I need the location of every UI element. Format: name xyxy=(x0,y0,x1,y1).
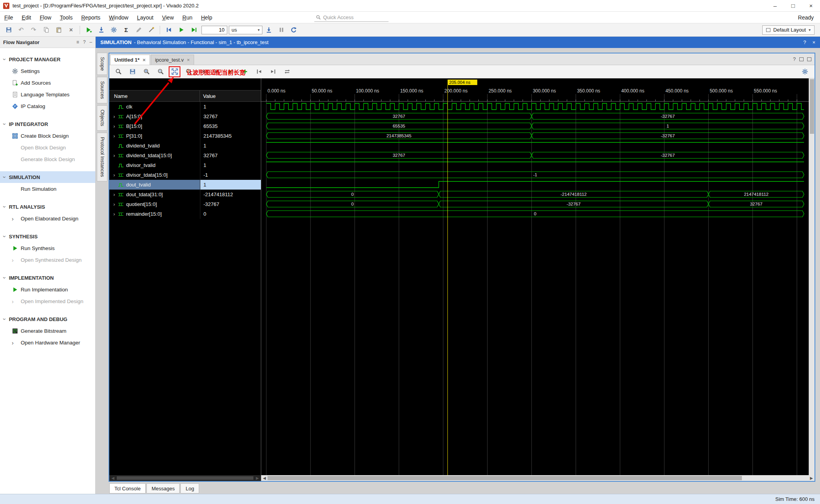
float-panel-icon[interactable] xyxy=(799,57,804,61)
swap-cursor-button[interactable] xyxy=(281,66,293,77)
zoom-fit-button[interactable] xyxy=(169,66,180,77)
nav-item-open-elaborated-design[interactable]: › Open Elaborated Design xyxy=(0,213,95,224)
scroll-left-icon[interactable]: ◀ xyxy=(262,476,267,480)
signal-row-quotient-15-0-[interactable]: › quotient[15:0] -32767 xyxy=(109,199,261,209)
signal-value-cell[interactable]: -1 xyxy=(200,170,261,180)
menu-flow[interactable]: Flow xyxy=(36,12,56,23)
signal-name-cell[interactable]: › P[31:0] xyxy=(109,131,200,141)
step-run-button[interactable] xyxy=(262,25,275,35)
signal-row-a-15-0-[interactable]: › A[15:0] 32767 xyxy=(109,112,261,121)
value-column-header[interactable]: Value xyxy=(200,93,261,99)
zoom-out-button[interactable] xyxy=(155,66,166,77)
signal-name-cell[interactable]: divisor_tvalid xyxy=(109,160,200,170)
signal-table-hscrollbar[interactable]: ◀ ▶ xyxy=(109,475,261,481)
signal-row-divisor-tvalid[interactable]: divisor_tvalid 1 xyxy=(109,160,261,170)
nav-item-language-templates[interactable]: Language Templates xyxy=(0,89,95,100)
menu-run[interactable]: Run xyxy=(178,12,197,23)
close-icon[interactable]: × xyxy=(187,57,190,63)
nav-item-open-implemented-design[interactable]: › Open Implemented Design xyxy=(0,295,95,307)
signal-value-cell[interactable]: 32767 xyxy=(200,112,261,121)
nav-section-synthesis[interactable]: › SYNTHESIS xyxy=(0,231,95,242)
signal-row-dividend-tdata-15-0-[interactable]: › dividend_tdata[15:0] 32767 xyxy=(109,151,261,160)
console-tab-log[interactable]: Log xyxy=(180,483,199,493)
nav-section-project-manager[interactable]: › PROJECT MANAGER xyxy=(0,53,95,65)
scrollbar-thumb[interactable] xyxy=(267,476,742,480)
expand-arrow-icon[interactable]: › xyxy=(112,172,117,178)
help-icon[interactable]: ? xyxy=(83,39,86,45)
settings-gear-button[interactable] xyxy=(107,25,120,35)
signal-row-dout-tdata-31-0-[interactable]: › dout_tdata[31:0] -2147418112 xyxy=(109,190,261,199)
nav-section-simulation[interactable]: › SIMULATION xyxy=(0,171,95,183)
waveform-vscrollbar[interactable] xyxy=(809,78,815,475)
probe-button[interactable] xyxy=(145,25,157,35)
side-tab-scope[interactable]: Scope xyxy=(97,53,107,75)
run-button[interactable] xyxy=(82,25,95,35)
signal-value-cell[interactable]: -32767 xyxy=(200,199,261,209)
expand-arrow-icon[interactable]: › xyxy=(112,211,117,217)
paste-button[interactable] xyxy=(52,25,65,35)
waveform-hscrollbar[interactable]: ◀ ▶ xyxy=(261,475,815,481)
signal-value-cell[interactable]: 65535 xyxy=(200,121,261,131)
maximize-button[interactable]: □ xyxy=(784,0,802,11)
signal-value-cell[interactable]: 1 xyxy=(200,141,261,151)
menu-tools[interactable]: Tools xyxy=(55,12,77,23)
nav-item-open-block-design[interactable]: Open Block Design xyxy=(0,142,95,153)
signal-value-cell[interactable]: -2147418112 xyxy=(200,190,261,199)
console-tab-messages[interactable]: Messages xyxy=(146,483,180,493)
maximize-panel-icon[interactable] xyxy=(807,57,811,61)
signal-row-clk[interactable]: clk 1 xyxy=(109,102,261,112)
nav-item-generate-bitstream[interactable]: Generate Bitstream xyxy=(0,325,95,337)
expand-arrow-icon[interactable]: › xyxy=(112,114,117,119)
side-tab-sources[interactable]: Sources xyxy=(97,77,107,103)
time-unit-select[interactable]: us▾ xyxy=(229,26,262,34)
nav-item-run-synthesis[interactable]: Run Synthesis xyxy=(0,242,95,254)
signal-name-cell[interactable]: clk xyxy=(109,102,200,112)
signal-value-cell[interactable]: 1 xyxy=(200,160,261,170)
close-icon[interactable]: × xyxy=(143,57,146,63)
signal-row-dividend-tvalid[interactable]: dividend_tvalid 1 xyxy=(109,141,261,151)
nav-item-open-hardware-manager[interactable]: › Open Hardware Manager xyxy=(0,337,95,348)
menu-reports[interactable]: Reports xyxy=(77,12,105,23)
menu-view[interactable]: View xyxy=(158,12,178,23)
nav-section-implementation[interactable]: › IMPLEMENTATION xyxy=(0,272,95,284)
signal-name-cell[interactable]: › dout_tdata[31:0] xyxy=(109,190,200,199)
signal-value-cell[interactable]: 2147385345 xyxy=(200,131,261,141)
signal-row-p-31-0-[interactable]: › P[31:0] 2147385345 xyxy=(109,131,261,141)
run-all-button[interactable] xyxy=(175,25,187,35)
editor-tab-untitled-1-[interactable]: Untitled 1* × xyxy=(110,55,150,65)
menu-file[interactable]: File xyxy=(0,12,18,23)
signal-name-cell[interactable]: › divisor_tdata[15:0] xyxy=(109,170,200,180)
pause-button[interactable] xyxy=(275,25,287,35)
nav-item-ip-catalog[interactable]: IP IP Catalog xyxy=(0,100,95,112)
copy-button[interactable] xyxy=(40,25,52,35)
minimize-button[interactable]: – xyxy=(766,0,784,11)
save-project-button[interactable] xyxy=(2,25,15,35)
signal-value-cell[interactable]: 1 xyxy=(200,102,261,112)
restart-sim-button[interactable] xyxy=(162,25,175,35)
goto-end-button[interactable] xyxy=(267,66,279,77)
signal-name-cell[interactable]: › dividend_tdata[15:0] xyxy=(109,151,200,160)
signal-row-divisor-tdata-15-0-[interactable]: › divisor_tdata[15:0] -1 xyxy=(109,170,261,180)
nav-item-open-synthesized-design[interactable]: › Open Synthesized Design xyxy=(0,254,95,266)
collapse-all-icon[interactable]: ≡ xyxy=(77,39,79,45)
nav-item-run-implementation[interactable]: Run Implementation xyxy=(0,284,95,295)
context-help-icon[interactable]: ? xyxy=(803,39,806,45)
save-wave-button[interactable] xyxy=(127,66,138,77)
layout-select[interactable]: Default Layout ▾ xyxy=(762,25,815,35)
nav-item-generate-block-design[interactable]: Generate Block Design xyxy=(0,153,95,165)
minimize-panel-icon[interactable]: – xyxy=(89,39,92,45)
expand-arrow-icon[interactable]: › xyxy=(112,123,117,129)
nav-section-ip-integrator[interactable]: › IP INTEGRATOR xyxy=(0,118,95,130)
nav-item-create-block-design[interactable]: Create Block Design xyxy=(0,130,95,142)
console-tab-tcl-console[interactable]: Tcl Console xyxy=(109,483,146,493)
signal-name-cell[interactable]: dividend_tvalid xyxy=(109,141,200,151)
redo-button[interactable]: ↷ xyxy=(27,25,40,35)
signal-name-cell[interactable]: › quotient[15:0] xyxy=(109,199,200,209)
signal-row-b-15-0-[interactable]: › B[15:0] 65535 xyxy=(109,121,261,131)
scroll-right-icon[interactable]: ▶ xyxy=(809,476,814,480)
signal-name-cell[interactable]: › remainder[15:0] xyxy=(109,209,200,219)
signal-row-dout-tvalid[interactable]: dout_tvalid 1 xyxy=(109,180,261,190)
signal-value-cell[interactable]: 1 xyxy=(200,180,261,190)
menu-help[interactable]: Help xyxy=(197,12,217,23)
nav-section-program-and-debug[interactable]: › PROGRAM AND DEBUG xyxy=(0,313,95,325)
